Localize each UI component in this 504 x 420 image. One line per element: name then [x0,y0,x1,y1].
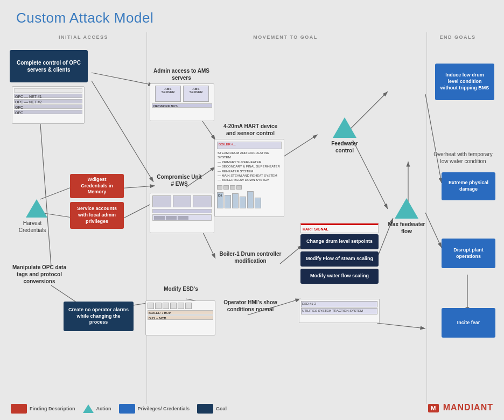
svg-line-12 [280,135,318,159]
divider-1 [146,32,147,404]
col-label-movement: MOVEMENT TO GOAL [199,34,372,40]
harvest-credentials-label: Harvest Credentials [11,220,54,234]
legend-action: Action [83,404,111,413]
manipulate-opc-label: Manipulate OPC data tags and protocol co… [10,264,69,285]
modify-flow-box: Modify Flow of steam scaling [300,251,379,267]
col-label-initial: INITIAL ACCESS [24,34,143,40]
modify-esds-label: Modify ESD's [159,285,202,292]
legend-goal: Goal [197,404,227,414]
svg-line-25 [377,323,425,328]
boiler-drum-label: Boiler-1 Drum controller modification [218,250,283,264]
ams-device-mockup: AMSSERVER AMSSERVER NETWORK BUS [150,83,214,121]
create-no-alarms-box: Create no operator alarms while changing… [64,302,134,331]
wdigest-box: Wdigest Credentials in Memory [70,174,124,198]
svg-line-2 [92,73,153,85]
divider-2 [426,32,427,404]
harvest-credentials-triangle [26,199,47,218]
compromise-unit-label: Compromise Unit # EWS [155,173,204,187]
max-feedwater-label: Max feedwater flow [388,221,425,235]
esd-system-mockup: ESD #1-2 UTILITIES SYSTEM TRACTION SYSTE… [299,299,380,323]
disrupt-plant-box: Disrupt plant operations [442,239,495,268]
hart-device-mockup: BOILER #... STEAM DRUM AND CIRCULATING S… [214,139,284,217]
svg-line-18 [425,213,442,248]
feedwater-triangle [333,117,356,138]
page: Custom Attack Model INITIAL ACCESS MOVEM… [0,0,504,420]
induce-low-box: Induce low drum level condition without … [435,64,494,100]
legend-privileges-color [119,404,135,414]
feedwater-label: Feedwater control [323,140,366,154]
hart-signal-mockup: HART SIGNAL [300,223,379,233]
complete-control-box: Complete control of OPC servers & client… [10,50,88,82]
incite-fear-box: Incite fear [442,308,495,338]
change-drum-box: Change drum level setpoints [300,234,379,249]
admin-access-label: Admin access to AMS servers [152,67,211,81]
svg-line-16 [425,94,442,183]
opc-device-mockup: OPC — NET #1 OPC — NET #2 OPC OPC [12,86,85,124]
extreme-damage-box: Extreme physical damage [442,172,495,200]
legend-finding: Finding Description [11,404,75,414]
max-feedwater-triangle [395,198,418,219]
svg-line-6 [118,186,155,188]
esd-device-mockup: BOILER + BOP BUS + MCB [145,300,215,335]
svg-line-13 [280,245,303,264]
legend-goal-color [197,404,213,414]
overheat-label: Overheat with temporary low water condit… [431,151,495,165]
col-label-end: END GOALS [425,34,490,40]
modify-water-box: Modify water flow scaling [300,269,379,284]
page-title: Custom Attack Model [16,10,153,26]
legend-action-icon [83,404,94,413]
svg-line-3 [92,81,153,182]
service-accounts-box: Service accounts with local admin privil… [70,202,124,229]
legend: Finding Description Action Privileges/ C… [11,404,227,414]
ews-device-mockup [150,193,214,233]
hart-device-label: 4-20mA HART device and sensor control [218,123,283,137]
mandiant-logo: M MANDIANT [428,403,493,412]
legend-finding-color [11,404,27,414]
legend-privileges: Privileges/ Credentials [119,404,190,414]
operator-hmis-label: Operator HMI's show conditions normal [218,299,283,313]
mandiant-m-icon: M [428,404,439,412]
